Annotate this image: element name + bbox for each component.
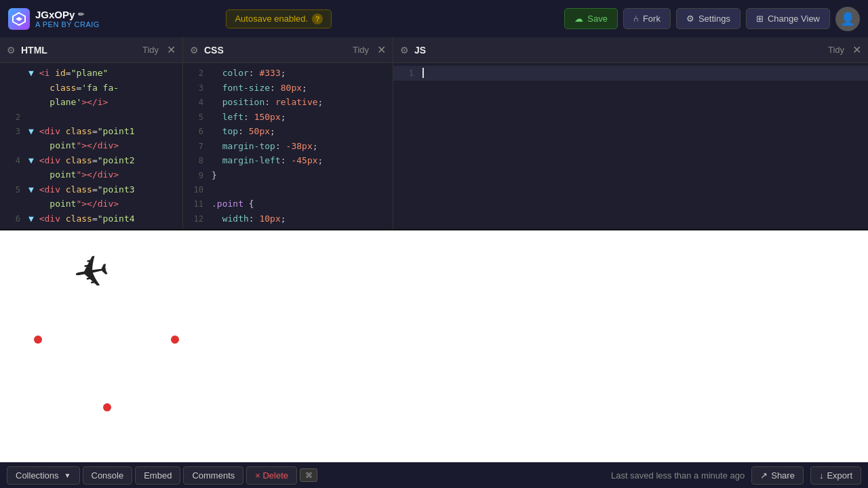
export-icon: ↓ (819, 470, 824, 481)
code-line: 13 height: 10px; (183, 226, 393, 229)
fork-button[interactable]: ⑃ Fork (623, 8, 671, 29)
js-close-button[interactable]: ✕ (852, 43, 861, 56)
code-line: 4 position: relative; (183, 95, 393, 110)
html-panel: ⚙ HTML Tidy ✕ ▼ <i id="plane" class='fa … (0, 37, 183, 229)
fork-icon: ⑃ (633, 14, 639, 24)
collections-dropdown-icon: ▼ (64, 472, 71, 479)
topbar-right: ☁ Save ⑃ Fork ⚙ Settings ⊞ Change View 👤 (564, 7, 860, 31)
embed-button[interactable]: Embed (135, 466, 180, 485)
point2-dot (171, 336, 179, 344)
autosave-help-icon[interactable]: ? (312, 14, 323, 24)
point3-dot (103, 403, 111, 411)
css-panel-header: ⚙ CSS Tidy ✕ (183, 37, 393, 63)
edit-icon[interactable]: ✏ (78, 10, 84, 19)
keyboard-shortcut-icon: ⌘ (300, 468, 317, 482)
css-tidy-button[interactable]: Tidy (353, 45, 369, 55)
pen-subtitle: A PEN BY Craig (35, 20, 100, 28)
collections-button[interactable]: Collections ▼ (7, 466, 80, 485)
console-button[interactable]: Console (83, 466, 133, 485)
code-line: 8 margin-left: -45px; (183, 153, 393, 168)
js-panel-header: ⚙ JS Tidy ✕ (393, 37, 868, 63)
code-line: 9 } (183, 168, 393, 183)
save-button[interactable]: ☁ Save (564, 8, 618, 29)
code-line: 5 left: 150px; (183, 110, 393, 125)
svg-marker-1 (16, 17, 22, 21)
css-lang-label: CSS (204, 45, 224, 56)
codepen-logo (12, 12, 26, 26)
last-saved-label: Last saved less than a minute ago (611, 470, 745, 481)
logo-text: JGxOPy ✏ A PEN BY Craig (35, 9, 100, 28)
code-line: 3 font-size: 80px; (183, 81, 393, 96)
code-line: point"></div> (0, 138, 182, 153)
preview-area: ✈ (0, 230, 868, 462)
code-line: 11 .point { (183, 197, 393, 211)
editors-row: ⚙ HTML Tidy ✕ ▼ <i id="plane" class='fa … (0, 37, 868, 230)
code-line: 7 margin-top: -38px; (183, 139, 393, 154)
gear-icon: ⚙ (686, 14, 694, 24)
code-line: 6 top: 50px; (183, 124, 393, 139)
html-lang-label: HTML (21, 45, 47, 56)
html-close-button[interactable]: ✕ (167, 43, 176, 56)
html-panel-header: ⚙ HTML Tidy ✕ (0, 37, 182, 63)
code-line: 2 (0, 110, 182, 124)
code-line: 6 ▼ <div class="point4 (0, 211, 182, 226)
logo-area: JGxOPy ✏ A PEN BY Craig (8, 8, 100, 30)
autosave-label: Autosave enabled. (235, 14, 308, 24)
logo-icon (8, 8, 30, 30)
comments-button[interactable]: Comments (183, 466, 243, 485)
topbar: JGxOPy ✏ A PEN BY Craig Autosave enabled… (0, 0, 868, 37)
css-code-area[interactable]: 2 color: #333; 3 font-size: 80px; 4 posi… (183, 63, 393, 229)
code-line: point"></div> (0, 167, 182, 182)
js-panel: ⚙ JS Tidy ✕ 1 (393, 37, 868, 229)
code-line: 12 width: 10px; (183, 211, 393, 226)
code-line: 2 color: #333; (183, 66, 393, 81)
code-line: class='fa fa- (0, 81, 182, 96)
export-button[interactable]: ↓ Export (810, 466, 861, 485)
delete-button[interactable]: × Delete (246, 466, 297, 485)
bottombar: Collections ▼ Console Embed Comments × D… (0, 462, 868, 488)
code-line: ▼ <i id="plane" (0, 66, 182, 81)
js-tidy-button[interactable]: Tidy (828, 45, 844, 55)
js-code-area[interactable]: 1 (393, 63, 868, 229)
code-line: plane'></i> (0, 95, 182, 110)
html-tidy-button[interactable]: Tidy (142, 45, 159, 55)
code-line: 5 ▼ <div class="point3 (0, 182, 182, 197)
autosave-badge: Autosave enabled. ? (226, 9, 332, 28)
settings-button[interactable]: ⚙ Settings (676, 8, 741, 29)
js-settings-icon[interactable]: ⚙ (400, 45, 409, 56)
html-code-area[interactable]: ▼ <i id="plane" class='fa fa- plane'></i… (0, 63, 182, 229)
save-icon: ☁ (574, 14, 583, 24)
html-settings-icon[interactable]: ⚙ (7, 45, 16, 56)
code-line: 1 (393, 66, 868, 81)
change-view-button[interactable]: ⊞ Change View (746, 8, 830, 29)
css-panel: ⚙ CSS Tidy ✕ 2 color: #333; 3 font-size:… (183, 37, 393, 229)
js-lang-label: JS (414, 45, 426, 56)
code-line: 10 (183, 182, 393, 197)
css-close-button[interactable]: ✕ (377, 43, 386, 56)
css-settings-icon[interactable]: ⚙ (190, 45, 199, 56)
code-line: 4 ▼ <div class="point2 (0, 153, 182, 168)
pen-title: JGxOPy ✏ (35, 9, 100, 20)
share-button[interactable]: ↗ Share (751, 466, 804, 485)
code-line: 3 ▼ <div class="point1 (0, 124, 182, 139)
code-line: point"></div> (0, 197, 182, 211)
view-icon: ⊞ (756, 14, 764, 24)
point1-dot (34, 336, 42, 344)
plane-preview: ✈ (70, 248, 113, 297)
avatar[interactable]: 👤 (835, 7, 860, 31)
bottombar-right: Last saved less than a minute ago ↗ Shar… (611, 466, 861, 485)
pen-name: JGxOPy (35, 9, 75, 20)
share-icon: ↗ (760, 470, 768, 481)
